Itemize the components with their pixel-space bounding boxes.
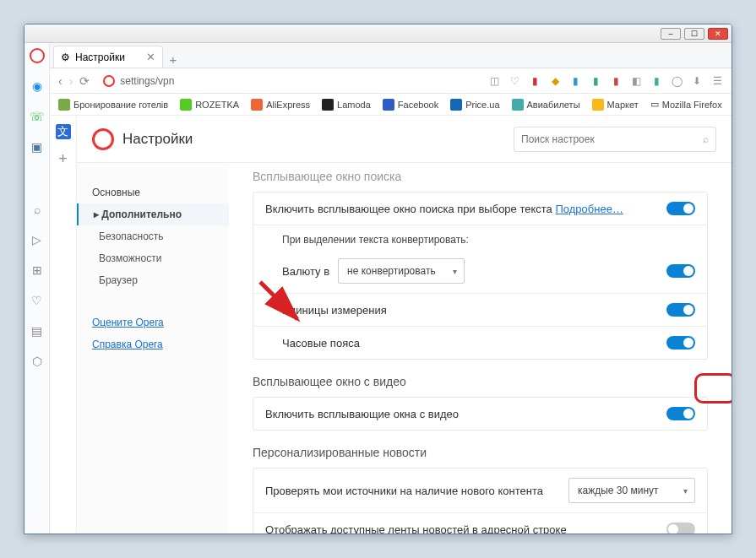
new-tab-button[interactable]: + <box>163 51 183 68</box>
settings-sidebar: Основные ▸ Дополнительно Безопасность Во… <box>77 163 229 534</box>
sub-header: При выделении текста конвертировать: <box>253 225 707 249</box>
sidebar-item-features[interactable]: Возможности <box>77 247 229 269</box>
opera-logo-icon <box>92 128 114 150</box>
toggle-popup-search[interactable] <box>666 202 695 215</box>
rail-translate-icon[interactable]: 文 <box>56 124 71 139</box>
ext2-icon[interactable]: ◆ <box>549 75 561 87</box>
bookmark-item[interactable]: Маркет <box>592 99 639 111</box>
bookmark-item[interactable]: Бронирование готелів <box>58 99 168 111</box>
heart-dock-icon[interactable]: ♡ <box>30 293 45 308</box>
window-minimize-button[interactable]: – <box>661 28 681 40</box>
section-title-news: Персонализированные новости <box>253 446 708 459</box>
address-bar: ‹ › ⟳ settings/vpn ◫ ♡ ▮ ◆ ▮ ▮ ▮ ◧ ▮ <box>50 68 732 94</box>
search-dock-icon[interactable]: ⌕ <box>30 202 45 217</box>
camera-icon[interactable]: ◫ <box>488 75 500 87</box>
news-check-label: Проверять мои источники на наличие новог… <box>265 485 560 497</box>
vk-icon[interactable]: ▣ <box>30 139 45 154</box>
download-icon[interactable]: ⬇ <box>691 75 703 87</box>
bookmark-item[interactable]: Price.ua <box>450 99 499 111</box>
settings-main: Всплывающее окно поиска Включить всплыва… <box>229 163 732 534</box>
toggle-video-popup[interactable] <box>666 407 695 420</box>
currency-select[interactable]: не конвертировать <box>338 258 465 284</box>
sidebar-item-browser[interactable]: Браузер <box>77 269 229 291</box>
bookmark-item[interactable]: Lamoda <box>322 99 371 111</box>
messenger-icon[interactable]: ◉ <box>30 79 45 94</box>
settings-header: Настройки ⌕ <box>77 116 732 163</box>
cube-dock-icon[interactable]: ⬡ <box>30 354 45 369</box>
settings-search[interactable]: ⌕ <box>514 127 716 152</box>
sidebar-link-help[interactable]: Справка Opera <box>77 333 229 355</box>
tab-strip: ⚙ Настройки ✕ + <box>50 43 732 68</box>
toggle-units[interactable] <box>666 303 695 317</box>
whatsapp-icon[interactable]: ☏ <box>30 109 45 124</box>
bookmark-item[interactable]: AliExpress <box>251 99 310 111</box>
rail-add-button[interactable]: + <box>56 151 71 166</box>
section-title-video: Всплывающее окно с видео <box>253 375 708 388</box>
profile-icon[interactable]: ◯ <box>671 75 683 87</box>
bookmark-item[interactable]: Авиабилеты <box>512 99 580 111</box>
units-label: Единицы измерения <box>282 304 658 317</box>
page-title: Настройки <box>122 131 193 148</box>
toggle-timezones[interactable] <box>666 336 695 349</box>
reload-button[interactable]: ⟳ <box>79 74 90 88</box>
forward-button[interactable]: › <box>69 74 73 88</box>
toggle-currency[interactable] <box>666 264 695 278</box>
search-icon: ⌕ <box>703 133 709 145</box>
learn-more-link[interactable]: Подробнее… <box>555 203 623 215</box>
bookmarks-bar: Бронирование готелів ROZETKA AliExpress … <box>50 94 732 116</box>
section-title: Всплывающее окно поиска <box>253 170 708 183</box>
timezones-label: Часовые пояса <box>282 337 658 349</box>
send-dock-icon[interactable]: ▷ <box>30 232 45 247</box>
ext6-icon[interactable]: ◧ <box>630 75 642 87</box>
note-dock-icon[interactable]: ▤ <box>30 323 45 339</box>
news-feed-label: Отображать доступные ленты новостей в ад… <box>265 523 658 534</box>
ext4-icon[interactable]: ▮ <box>590 75 601 87</box>
news-interval-select[interactable]: каждые 30 минут <box>568 478 695 503</box>
tab-title: Настройки <box>75 51 125 63</box>
bookmark-item[interactable]: ▭ Mozilla Firefox <box>650 99 722 110</box>
heart-toolbar-icon[interactable]: ♡ <box>509 75 520 87</box>
currency-label: Валюту в <box>282 265 329 278</box>
sidebar-link-rate[interactable]: Оцените Opera <box>77 312 229 333</box>
menu-icon[interactable]: ☰ <box>711 75 723 87</box>
url-text: settings/vpn <box>120 75 174 87</box>
window-close-button[interactable]: ✕ <box>708 28 728 40</box>
bookmark-item[interactable]: Facebook <box>383 99 438 111</box>
toggle-news-feed[interactable] <box>666 523 695 534</box>
ext3-icon[interactable]: ▮ <box>569 75 581 87</box>
tab-close-icon[interactable]: ✕ <box>146 51 155 63</box>
window-maximize-button[interactable]: ☐ <box>684 28 704 40</box>
tab-settings[interactable]: ⚙ Настройки ✕ <box>53 46 163 68</box>
back-button[interactable]: ‹ <box>58 74 63 88</box>
opera-url-icon <box>103 75 115 87</box>
browser-window: – ☐ ✕ ◉ ☏ ▣ ⌕ ▷ ⊞ ♡ ▤ ⬡ ⚙ Настройки ✕ <box>24 24 732 534</box>
grid-dock-icon[interactable]: ⊞ <box>30 263 45 278</box>
left-dock: ◉ ☏ ▣ ⌕ ▷ ⊞ ♡ ▤ ⬡ <box>24 43 50 534</box>
video-popup-label: Включить всплывающие окна с видео <box>265 408 658 420</box>
url-field[interactable]: settings/vpn <box>96 73 481 89</box>
toolbar-extensions: ◫ ♡ ▮ ◆ ▮ ▮ ▮ ◧ ▮ ◯ ⬇ ☰ <box>488 75 723 87</box>
bookmark-item[interactable]: ROZETKA <box>180 99 239 111</box>
opera-menu-icon[interactable] <box>30 48 45 63</box>
window-titlebar: – ☐ ✕ <box>24 24 732 43</box>
gear-icon: ⚙ <box>61 51 70 63</box>
ext7-icon[interactable]: ▮ <box>650 75 662 87</box>
ext5-icon[interactable]: ▮ <box>610 75 622 87</box>
settings-rail: 文 + <box>50 116 77 534</box>
sidebar-item-advanced[interactable]: ▸ Дополнительно <box>77 203 229 225</box>
ext1-icon[interactable]: ▮ <box>529 75 541 87</box>
sidebar-item-security[interactable]: Безопасность <box>77 225 229 247</box>
search-input[interactable] <box>521 133 703 145</box>
sidebar-item-basic[interactable]: Основные <box>77 181 229 203</box>
